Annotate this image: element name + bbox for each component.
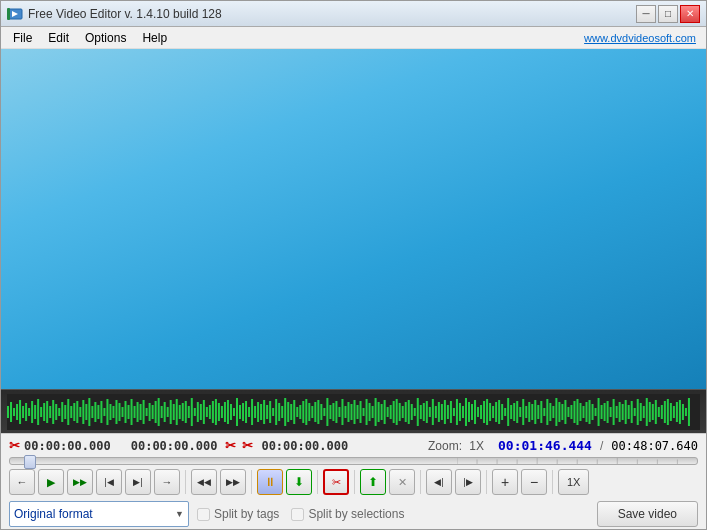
svg-rect-109 bbox=[239, 405, 241, 419]
svg-rect-34 bbox=[13, 408, 15, 416]
menu-file[interactable]: File bbox=[5, 29, 40, 47]
svg-rect-230 bbox=[604, 403, 606, 421]
zoom-in-button[interactable]: + bbox=[492, 469, 518, 495]
format-select[interactable]: Original format AVI MP4 MKV MOV WMV MP3 … bbox=[9, 501, 189, 527]
start-timecode: 00:00:00.000 bbox=[24, 439, 111, 453]
svg-rect-207 bbox=[534, 400, 536, 424]
split-by-selections-label[interactable]: Split by selections bbox=[291, 507, 404, 521]
svg-rect-67 bbox=[112, 406, 114, 418]
svg-rect-70 bbox=[121, 407, 123, 417]
play-button[interactable]: ▶ bbox=[38, 469, 64, 495]
svg-rect-127 bbox=[293, 400, 295, 424]
forward-button[interactable]: → bbox=[154, 469, 180, 495]
svg-rect-184 bbox=[465, 398, 467, 426]
svg-rect-133 bbox=[311, 406, 313, 418]
split-by-tags-label[interactable]: Split by tags bbox=[197, 507, 279, 521]
svg-rect-160 bbox=[393, 401, 395, 423]
svg-rect-98 bbox=[206, 407, 208, 417]
waveform-bar[interactable]: /* waveform drawn below */ bbox=[1, 389, 706, 433]
speed-button[interactable]: 1X bbox=[558, 469, 589, 495]
svg-rect-209 bbox=[540, 401, 542, 423]
video-scene bbox=[1, 49, 706, 389]
svg-rect-203 bbox=[522, 399, 524, 425]
svg-rect-73 bbox=[131, 399, 133, 425]
close-button[interactable]: ✕ bbox=[680, 5, 700, 23]
menu-edit[interactable]: Edit bbox=[40, 29, 77, 47]
svg-rect-135 bbox=[317, 400, 319, 424]
download-icon: ⬇ bbox=[294, 475, 304, 489]
back-button[interactable]: ← bbox=[9, 469, 35, 495]
zoom-out-button[interactable]: − bbox=[521, 469, 547, 495]
svg-rect-206 bbox=[531, 404, 533, 420]
seek-track[interactable] bbox=[9, 457, 698, 465]
svg-rect-173 bbox=[432, 399, 434, 425]
svg-rect-146 bbox=[350, 404, 352, 420]
split-by-tags-checkbox[interactable] bbox=[197, 508, 210, 521]
trim-left-button[interactable]: ◀| bbox=[426, 469, 452, 495]
cut-button[interactable]: ✂ bbox=[323, 469, 349, 495]
svg-rect-178 bbox=[447, 405, 449, 419]
svg-rect-106 bbox=[230, 404, 232, 420]
minus-icon: − bbox=[530, 474, 538, 490]
svg-rect-156 bbox=[381, 404, 383, 420]
svg-rect-152 bbox=[369, 403, 371, 421]
timecode-row: ✂ 00:00:00.000 00:00:00.000 ✂ ✂ 00:00:00… bbox=[9, 438, 698, 453]
svg-rect-249 bbox=[661, 405, 663, 419]
svg-rect-130 bbox=[302, 401, 304, 423]
export-button[interactable]: ⬇ bbox=[286, 469, 312, 495]
total-time: 00:48:07.640 bbox=[611, 439, 698, 453]
svg-rect-201 bbox=[516, 401, 518, 423]
svg-rect-176 bbox=[441, 404, 443, 420]
minimize-button[interactable]: ─ bbox=[636, 5, 656, 23]
menu-options[interactable]: Options bbox=[77, 29, 134, 47]
website-link[interactable]: www.dvdvideosoft.com bbox=[584, 32, 702, 44]
svg-rect-247 bbox=[655, 400, 657, 424]
skip-back-button[interactable]: ◀◀ bbox=[191, 469, 217, 495]
zoom-label: Zoom: 1X bbox=[428, 439, 484, 453]
svg-rect-115 bbox=[257, 402, 259, 422]
svg-rect-250 bbox=[664, 401, 666, 423]
svg-rect-51 bbox=[64, 405, 66, 419]
svg-rect-215 bbox=[558, 402, 560, 422]
upload-button[interactable]: ⬆ bbox=[360, 469, 386, 495]
upload-icon: ⬆ bbox=[368, 475, 378, 489]
svg-rect-105 bbox=[227, 400, 229, 424]
remove-button[interactable]: ✕ bbox=[389, 469, 415, 495]
svg-rect-2 bbox=[7, 8, 10, 20]
svg-rect-87 bbox=[173, 404, 175, 420]
prev-frame-icon: |◀ bbox=[104, 477, 113, 487]
svg-rect-159 bbox=[390, 405, 392, 419]
svg-rect-169 bbox=[420, 405, 422, 419]
seek-ticks-svg bbox=[457, 458, 697, 464]
play-fast-button[interactable]: ▶▶ bbox=[67, 469, 93, 495]
separator-4 bbox=[354, 470, 355, 494]
svg-rect-214 bbox=[555, 398, 557, 426]
maximize-button[interactable]: □ bbox=[658, 5, 678, 23]
cut-icon: ✂ bbox=[332, 476, 341, 489]
title-bar: Free Video Editor v. 1.4.10 build 128 ─ … bbox=[1, 1, 706, 27]
split-by-selections-checkbox[interactable] bbox=[291, 508, 304, 521]
svg-rect-124 bbox=[284, 398, 286, 426]
svg-rect-61 bbox=[94, 402, 96, 422]
prev-frame-button[interactable]: |◀ bbox=[96, 469, 122, 495]
svg-rect-246 bbox=[652, 404, 654, 420]
svg-rect-32 bbox=[7, 406, 9, 418]
window-controls: ─ □ ✕ bbox=[636, 5, 700, 23]
svg-rect-117 bbox=[263, 400, 265, 424]
svg-rect-65 bbox=[106, 399, 108, 425]
skip-fwd-button[interactable]: ▶▶ bbox=[220, 469, 246, 495]
trim-right-button[interactable]: |▶ bbox=[455, 469, 481, 495]
save-video-button[interactable]: Save video bbox=[597, 501, 698, 527]
svg-rect-234 bbox=[616, 406, 618, 418]
svg-rect-43 bbox=[40, 407, 42, 417]
svg-rect-208 bbox=[537, 405, 539, 419]
svg-rect-134 bbox=[314, 402, 316, 422]
svg-rect-220 bbox=[573, 401, 575, 423]
seek-thumb[interactable] bbox=[24, 455, 36, 469]
pause-button[interactable]: ⏸ bbox=[257, 469, 283, 495]
svg-rect-155 bbox=[378, 402, 380, 422]
svg-rect-100 bbox=[212, 401, 214, 423]
menu-help[interactable]: Help bbox=[134, 29, 175, 47]
svg-rect-144 bbox=[344, 406, 346, 418]
next-frame-button[interactable]: ▶| bbox=[125, 469, 151, 495]
